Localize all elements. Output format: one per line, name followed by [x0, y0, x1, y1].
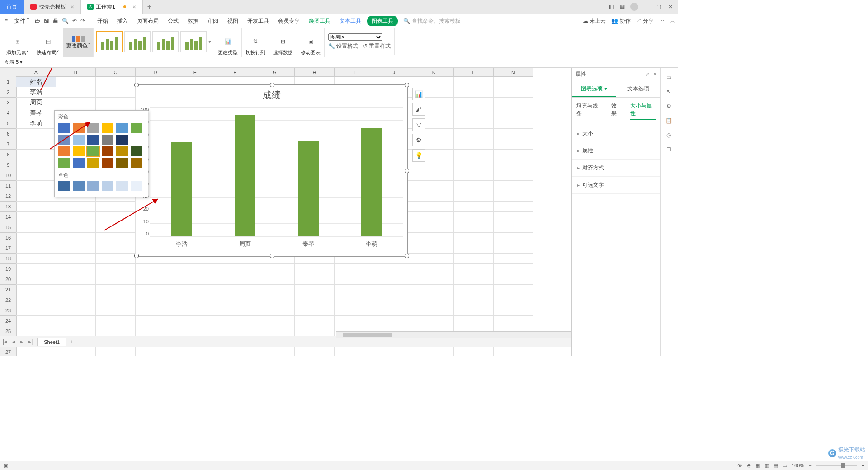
row-header[interactable]: 11 [0, 181, 17, 191]
tab-chart-tools[interactable]: 图表工具 [367, 16, 398, 26]
menu-icon[interactable]: ≡ [5, 18, 11, 24]
cell[interactable] [16, 150, 56, 160]
cell[interactable] [414, 264, 454, 274]
col-header[interactable]: L [454, 68, 494, 77]
cell[interactable] [16, 139, 56, 150]
cell[interactable] [414, 295, 454, 306]
col-header[interactable]: E [175, 68, 215, 77]
cell[interactable] [295, 264, 335, 274]
prop-tab-chart[interactable]: 图表选项 ▾ [572, 81, 616, 97]
color-swatch[interactable] [116, 158, 128, 168]
color-swatch[interactable] [87, 123, 99, 133]
cell[interactable] [414, 212, 454, 222]
user-icon[interactable] [630, 3, 638, 11]
color-swatch[interactable] [73, 181, 85, 191]
prop-tab-text[interactable]: 文本选项 [616, 81, 660, 97]
chart-object[interactable]: 成绩 1009080706050403020100 李浩周页秦琴李萌 [136, 84, 408, 257]
sheet-tab-1[interactable]: Sheet1 [37, 338, 66, 346]
col-header[interactable]: F [215, 68, 255, 77]
cell[interactable] [56, 77, 96, 87]
cell[interactable] [175, 285, 215, 295]
chevron-up-icon[interactable]: ︿ [670, 17, 675, 25]
row-header[interactable]: 27 [0, 347, 17, 356]
row-header[interactable]: 8 [0, 150, 17, 160]
cell[interactable] [16, 254, 56, 264]
cell[interactable] [56, 295, 96, 306]
cell[interactable] [56, 254, 96, 264]
redo-icon[interactable]: ↷ [80, 18, 85, 24]
move-chart-button[interactable]: ▣移动图表 [297, 28, 325, 57]
cell[interactable]: 李浩 [16, 87, 56, 98]
cell[interactable] [414, 254, 454, 264]
color-swatch[interactable] [102, 146, 113, 156]
cell[interactable] [454, 274, 494, 285]
color-swatch[interactable] [131, 123, 142, 133]
row-header[interactable]: 12 [0, 191, 17, 202]
row-header[interactable]: 25 [0, 326, 17, 337]
cell[interactable] [16, 191, 56, 202]
sheet-nav-next[interactable]: ▸ [18, 338, 26, 345]
row-header[interactable]: 18 [0, 254, 17, 264]
search-input[interactable]: 🔍查找命令、搜索模板 [403, 17, 461, 25]
cell[interactable] [414, 285, 454, 295]
cell[interactable] [335, 285, 374, 295]
cell[interactable] [175, 326, 215, 337]
cell[interactable] [96, 295, 136, 306]
cell[interactable] [215, 306, 255, 316]
styles-more-icon[interactable]: ▾ [208, 38, 211, 45]
cell[interactable] [454, 222, 494, 233]
cell[interactable] [255, 326, 295, 337]
cell[interactable] [136, 347, 175, 356]
cell[interactable] [494, 129, 533, 139]
cell[interactable] [454, 306, 494, 316]
color-swatch[interactable] [58, 123, 70, 133]
cell[interactable] [16, 129, 56, 139]
cell[interactable] [16, 233, 56, 243]
tab-layout[interactable]: 页面布局 [134, 15, 162, 27]
cell[interactable] [494, 191, 533, 202]
bar[interactable] [298, 141, 319, 236]
cell[interactable] [16, 212, 56, 222]
color-swatch[interactable] [73, 135, 85, 145]
cell[interactable] [374, 295, 414, 306]
cell[interactable] [374, 306, 414, 316]
row-header[interactable]: 1 [0, 77, 17, 87]
cell[interactable] [494, 306, 533, 316]
cell[interactable] [414, 222, 454, 233]
prop-sec-size[interactable]: 大小 [572, 125, 660, 142]
cell[interactable] [295, 274, 335, 285]
cell[interactable] [414, 233, 454, 243]
cell[interactable] [96, 233, 136, 243]
cell[interactable] [215, 285, 255, 295]
color-swatch[interactable] [116, 181, 128, 191]
cell[interactable] [454, 160, 494, 170]
color-swatch[interactable] [87, 181, 99, 191]
cursor-icon[interactable]: ↖ [666, 89, 671, 95]
cell[interactable] [16, 316, 56, 326]
color-swatch[interactable] [73, 146, 85, 156]
cell[interactable] [16, 274, 56, 285]
cell[interactable] [494, 98, 533, 108]
cell[interactable] [16, 306, 56, 316]
sheet-nav-first[interactable]: |◂ [0, 338, 9, 345]
location-icon[interactable]: ◎ [666, 132, 671, 138]
settings-side-icon[interactable]: ⚙ [666, 103, 671, 109]
add-sheet-button[interactable]: ＋ [66, 338, 77, 346]
row-header[interactable]: 2 [0, 87, 17, 98]
cell[interactable] [454, 243, 494, 254]
row-header[interactable]: 9 [0, 160, 17, 170]
share-button[interactable]: ↗ 分享 [636, 17, 654, 25]
change-type-button[interactable]: 📊更改类型 [214, 28, 242, 57]
cell[interactable] [454, 181, 494, 191]
file-menu[interactable]: 文件 ˅ [14, 17, 29, 25]
cell[interactable] [16, 202, 56, 212]
cell[interactable] [454, 264, 494, 274]
cell[interactable] [215, 274, 255, 285]
cell[interactable] [16, 285, 56, 295]
select-tool-icon[interactable]: ▭ [666, 74, 671, 80]
col-header[interactable]: K [414, 68, 454, 77]
cell[interactable] [335, 316, 374, 326]
row-header[interactable]: 15 [0, 222, 17, 233]
cell[interactable] [454, 118, 494, 129]
cell[interactable] [494, 181, 533, 191]
